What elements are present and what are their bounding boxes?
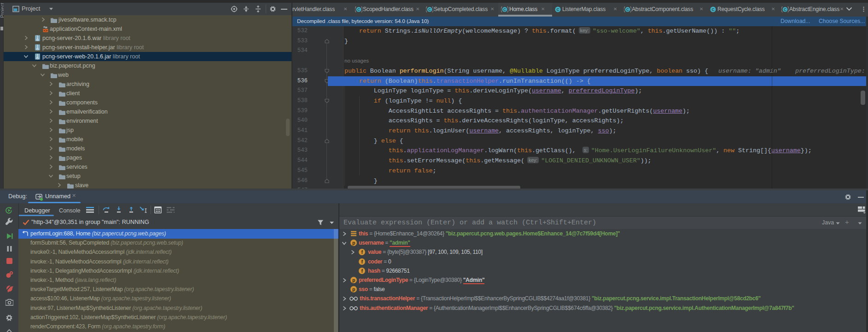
svg-text:C: C (357, 7, 360, 12)
svg-text:C: C (428, 7, 431, 12)
svg-text:C: C (784, 7, 786, 12)
svg-text:<>: <> (44, 29, 47, 33)
svg-text:C: C (503, 7, 506, 12)
svg-text:C: C (556, 7, 559, 12)
svg-text:C: C (711, 7, 714, 12)
svg-text:C: C (626, 7, 629, 12)
